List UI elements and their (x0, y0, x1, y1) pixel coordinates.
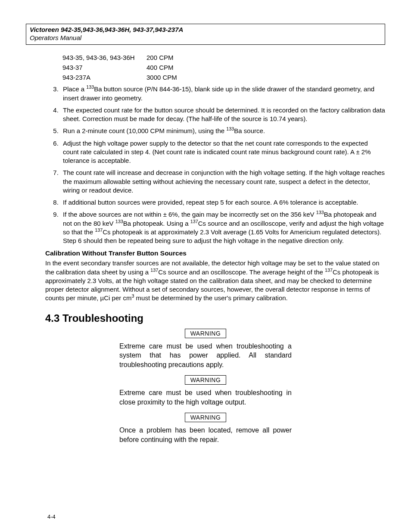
cpm-value: 400 CPM (146, 62, 174, 72)
header-title: Victoreen 942-35,943-36,943-36H, 943-37,… (30, 26, 381, 34)
step-list: Place a 133Ba button source (P/N 844-36-… (26, 85, 385, 245)
step-9: If the above sources are not within ± 6%… (60, 210, 385, 245)
step-4: The expected count rate for the button s… (60, 106, 385, 124)
cpm-value: 200 CPM (146, 53, 174, 62)
cpm-model: 943-37 (62, 62, 146, 72)
header-subtitle: Operators Manual (30, 34, 381, 42)
warning-label: WARNING (185, 413, 226, 422)
cpm-value: 3000 CPM (146, 72, 177, 82)
cpm-model: 943-35, 943-36, 943-36H (62, 53, 146, 62)
cpm-row: 943-237A 3000 CPM (26, 72, 385, 82)
warning-text: Extreme care must be used when troublesh… (119, 342, 292, 370)
warning-block-2: WARNING Extreme care must be used when t… (119, 375, 292, 407)
step-5: Run a 2-minute count (10,000 CPM minimum… (60, 127, 385, 135)
warning-text: Extreme care must be used when troublesh… (119, 388, 292, 407)
warning-block-3: WARNING Once a problem has been located,… (119, 413, 292, 444)
step-3: Place a 133Ba button source (P/N 844-36-… (60, 85, 385, 103)
cpm-model: 943-237A (62, 72, 146, 82)
warning-label: WARNING (185, 375, 226, 385)
header-box: Victoreen 942-35,943-36,943-36H, 943-37,… (26, 24, 385, 45)
section-heading: 4.3 Troubleshooting (45, 312, 385, 324)
warning-label: WARNING (185, 329, 226, 338)
step-8: If additional button sources were provid… (60, 198, 385, 207)
cpm-row: 943-37 400 CPM (26, 62, 385, 72)
calibration-subheading: Calibration Without Transfer Button Sour… (45, 249, 385, 257)
step-7: The count rate will increase and decreas… (60, 168, 385, 195)
calibration-paragraph: In the event secondary transfer sources … (45, 259, 385, 302)
step-6: Adjust the high voltage power supply to … (60, 139, 385, 165)
cpm-row: 943-35, 943-36, 943-36H 200 CPM (26, 53, 385, 62)
page-number: 4-4 (47, 513, 56, 520)
warning-block-1: WARNING Extreme care must be used when t… (119, 329, 292, 370)
page: Victoreen 942-35,943-36,943-36H, 943-37,… (0, 0, 411, 532)
warning-text: Once a problem has been located, remove … (119, 426, 292, 444)
